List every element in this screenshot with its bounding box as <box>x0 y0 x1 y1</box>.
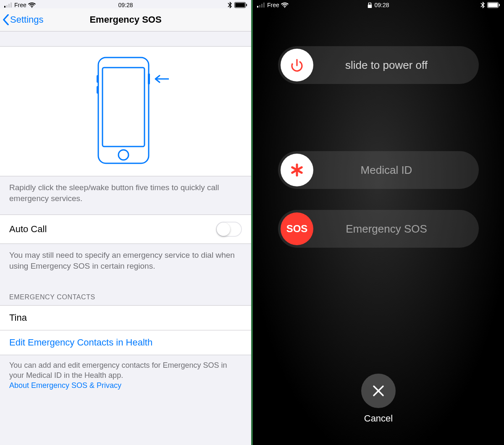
status-time: 09:28 <box>118 2 133 8</box>
power-off-slider[interactable]: slide to power off <box>278 46 479 84</box>
signal-icon <box>4 3 13 8</box>
svg-rect-18 <box>368 5 372 8</box>
back-label: Settings <box>10 14 44 25</box>
status-bar-left: Free 09:28 <box>0 0 251 8</box>
power-off-label: slide to power off <box>313 59 476 72</box>
nav-bar: Settings Emergency SOS <box>0 8 251 31</box>
svg-rect-11 <box>97 75 99 83</box>
svg-rect-2 <box>8 4 10 8</box>
svg-rect-3 <box>10 3 12 8</box>
contact-row[interactable]: Tina <box>0 306 251 330</box>
svg-rect-17 <box>263 3 265 8</box>
edit-contacts-link[interactable]: Edit Emergency Contacts in Health <box>0 330 251 355</box>
emergency-contacts-header: EMERGENCY CONTACTS <box>0 283 251 305</box>
svg-rect-20 <box>488 3 498 7</box>
wifi-icon <box>281 3 289 8</box>
power-off-panel: Free 09:28 <box>253 0 504 445</box>
bluetooth-icon <box>228 2 232 8</box>
chevron-left-icon <box>3 14 9 25</box>
svg-rect-8 <box>102 68 144 147</box>
svg-rect-15 <box>259 5 260 8</box>
footer-description: You can add and edit emergency contacts … <box>0 355 251 396</box>
svg-rect-21 <box>499 4 500 6</box>
wifi-icon <box>28 3 36 8</box>
auto-call-description: You may still need to specify an emergen… <box>0 244 251 282</box>
status-time: 09:28 <box>374 2 389 8</box>
contact-name: Tina <box>9 312 27 323</box>
cancel-button[interactable] <box>361 374 396 408</box>
emergency-contacts-list: Tina Edit Emergency Contacts in Health <box>0 305 251 355</box>
emergency-sos-label: Emergency SOS <box>313 222 476 236</box>
cancel-label: Cancel <box>364 413 393 424</box>
illustration-block <box>0 46 251 176</box>
signal-icon <box>257 3 265 8</box>
carrier-name: Free <box>14 2 26 8</box>
medical-icon <box>281 154 313 186</box>
instruction-text: Rapidly click the sleep/wake button five… <box>0 176 251 215</box>
svg-rect-10 <box>148 73 150 84</box>
bluetooth-icon <box>480 2 485 8</box>
medical-id-slider[interactable]: Medical ID <box>278 151 479 189</box>
sos-icon: SOS <box>281 212 313 245</box>
medical-id-label: Medical ID <box>313 164 476 177</box>
page-title: Emergency SOS <box>89 14 161 25</box>
auto-call-toggle[interactable] <box>216 222 242 237</box>
about-privacy-link[interactable]: About Emergency SOS & Privacy <box>9 381 121 390</box>
battery-icon <box>234 2 247 8</box>
svg-rect-0 <box>4 6 5 8</box>
svg-rect-6 <box>246 4 247 6</box>
close-icon <box>371 384 386 398</box>
svg-rect-14 <box>257 6 258 8</box>
auto-call-label: Auto Call <box>9 224 47 235</box>
status-bar-right: Free 09:28 <box>253 0 504 8</box>
svg-rect-1 <box>6 5 8 8</box>
svg-rect-5 <box>235 3 245 7</box>
emergency-sos-slider[interactable]: SOS Emergency SOS <box>278 210 479 248</box>
svg-rect-12 <box>97 86 99 94</box>
lock-icon <box>368 3 372 8</box>
auto-call-row: Auto Call <box>0 215 251 244</box>
power-icon <box>281 49 313 81</box>
phone-illustration <box>81 56 170 167</box>
svg-rect-7 <box>98 58 149 163</box>
back-button[interactable]: Settings <box>3 14 44 25</box>
svg-rect-16 <box>261 4 262 8</box>
svg-point-9 <box>118 150 129 160</box>
carrier-name: Free <box>267 2 279 8</box>
battery-icon <box>487 2 500 8</box>
settings-panel: Free 09:28 Settings Emergency SOS <box>0 0 251 445</box>
